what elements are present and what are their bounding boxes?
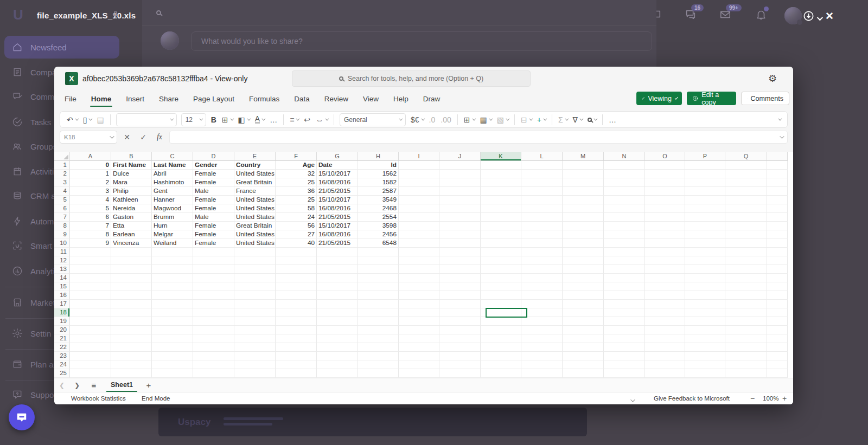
cell[interactable] [193,360,234,369]
cell[interactable] [193,265,234,274]
cell[interactable] [234,274,276,282]
cell[interactable]: 0 [70,161,111,170]
cell[interactable]: Female [193,204,234,213]
number-format-select[interactable]: General [340,113,406,126]
cell[interactable] [725,282,767,291]
cell[interactable] [685,196,725,204]
cell[interactable] [725,265,767,274]
cell[interactable] [767,196,788,204]
cell[interactable] [725,300,767,308]
select-all-corner[interactable] [54,152,70,161]
cell[interactable] [725,187,767,196]
cell[interactable] [481,274,521,282]
cell[interactable] [563,291,604,300]
cell[interactable] [604,369,645,378]
cell[interactable]: Female [193,170,234,178]
cell[interactable] [481,222,521,230]
cell[interactable] [399,369,439,378]
cell[interactable] [276,291,317,300]
cell[interactable] [645,352,685,360]
find-icon[interactable] [585,113,598,127]
feedback-link[interactable]: Give Feedback to Microsoft [654,392,730,404]
cell[interactable]: 16/08/2016 [317,178,358,187]
cell[interactable] [685,239,725,248]
cell[interactable] [152,343,193,352]
cell[interactable] [111,343,152,352]
cell[interactable] [685,187,725,196]
column-header-K[interactable]: K [481,152,521,161]
cell[interactable] [645,317,685,326]
cell[interactable]: United States [234,213,276,222]
cell[interactable] [276,282,317,291]
cell[interactable]: 2587 [358,187,399,196]
cell[interactable] [604,352,645,360]
cell[interactable] [725,369,767,378]
cell[interactable] [111,308,152,317]
cell[interactable] [193,334,234,343]
cell[interactable] [193,308,234,317]
cell[interactable] [70,256,111,265]
cell[interactable] [481,178,521,187]
cell[interactable] [70,291,111,300]
collapse-ribbon-icon[interactable] [776,113,783,127]
cell[interactable] [152,352,193,360]
cell[interactable] [399,265,439,274]
cell[interactable] [645,222,685,230]
cell[interactable] [234,360,276,369]
cell-styles-icon[interactable]: ▧ [495,113,510,127]
cell[interactable] [685,274,725,282]
cell[interactable] [767,282,788,291]
cell[interactable] [276,317,317,326]
cell[interactable] [685,256,725,265]
row-header-22[interactable]: 22 [54,343,70,352]
cell[interactable] [604,308,645,317]
insert-cells-icon[interactable]: ⊟ [519,113,534,127]
cell[interactable]: Female [193,222,234,230]
cell[interactable] [439,213,481,222]
column-header-I[interactable]: I [399,152,439,161]
cell[interactable] [70,265,111,274]
cell[interactable] [725,317,767,326]
cell[interactable] [725,291,767,300]
cell[interactable]: Age [276,161,317,170]
cell[interactable] [111,369,152,378]
cell[interactable] [767,274,788,282]
cell[interactable] [70,334,111,343]
cell[interactable] [193,300,234,308]
cell[interactable] [521,334,563,343]
post-composer-input[interactable]: What would you like to share? [191,31,652,51]
row-header-11[interactable]: 11 [54,248,70,256]
menu-tab-insert[interactable]: Insert [126,91,144,108]
cell[interactable] [152,308,193,317]
cell[interactable] [685,300,725,308]
cell[interactable] [111,274,152,282]
cell[interactable] [439,248,481,256]
cell[interactable] [193,274,234,282]
cell[interactable] [276,326,317,334]
cell[interactable] [193,291,234,300]
column-header-D[interactable]: D [193,152,234,161]
cell[interactable]: 40 [276,239,317,248]
cell[interactable] [645,256,685,265]
cell[interactable] [725,326,767,334]
menu-tab-file[interactable]: File [65,91,76,108]
cell[interactable] [767,256,788,265]
cell[interactable] [767,360,788,369]
cell[interactable] [645,161,685,170]
cell[interactable] [439,300,481,308]
cell[interactable] [685,248,725,256]
cell[interactable] [563,334,604,343]
cell[interactable] [521,196,563,204]
cell[interactable] [521,187,563,196]
cell[interactable]: 32 [276,170,317,178]
cell[interactable] [358,256,399,265]
cell[interactable]: 5 [70,204,111,213]
cell[interactable]: Etta [111,222,152,230]
cell[interactable] [563,352,604,360]
cell[interactable]: France [234,187,276,196]
bell-icon[interactable] [755,9,767,23]
cell[interactable] [358,291,399,300]
cell[interactable] [685,213,725,222]
cell[interactable]: Hurn [152,222,193,230]
row-header-16[interactable]: 16 [54,291,70,300]
